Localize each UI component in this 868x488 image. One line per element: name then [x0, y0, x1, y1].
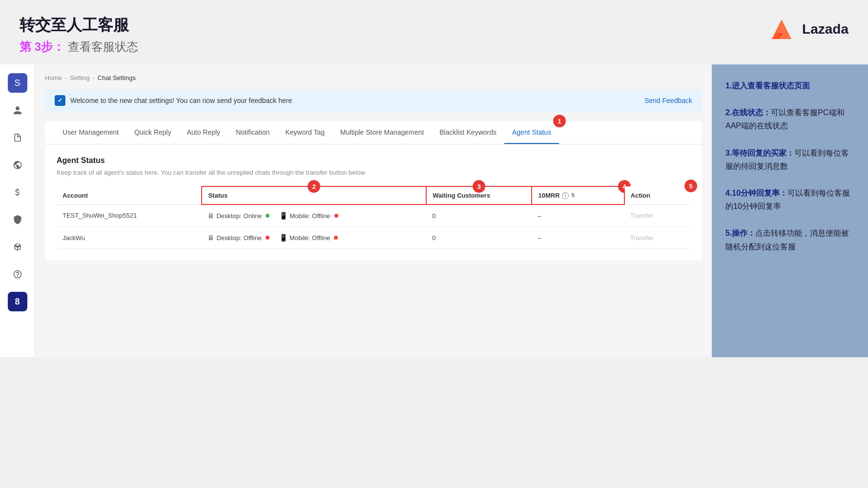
breadcrumb-current: Chat Settings — [98, 74, 136, 81]
desktop-status-dot-1 — [266, 214, 269, 218]
agent-account-2: JackWu — [57, 227, 202, 249]
annotation-badge-1: 1 — [553, 115, 566, 127]
sidebar-icon-user[interactable] — [8, 101, 27, 120]
sidebar-icon-globe[interactable] — [8, 155, 27, 175]
right-panel-item-4: 4.10分钟回复率：可以看到每位客服的10分钟回复率 — [725, 186, 854, 213]
page-sub-title: 第 3步： 查看客服状态 — [20, 39, 138, 55]
breadcrumb-home[interactable]: Home — [45, 74, 62, 81]
agent-status-2: 🖥 Desktop: Offline 📱 Mobile: Offline — [202, 227, 426, 249]
step-label: 第 3步： — [20, 40, 64, 53]
breadcrumb: Home › Setting › Chat Settings — [45, 74, 702, 81]
sidebar-icon-dollar[interactable] — [8, 183, 27, 202]
agent-table: Account Status 2 Waiting Customers 3 10M… — [57, 186, 690, 249]
table-row: JackWu 🖥 Desktop: Offline 📱 — [57, 227, 690, 249]
mobile-status-2: Offline — [312, 234, 330, 242]
agent-action-2[interactable]: Transfer — [624, 227, 690, 249]
agent-waiting-2: 0 — [426, 227, 532, 249]
th-waiting-customers: Waiting Customers 3 — [426, 186, 532, 204]
agent-waiting-1: 0 — [426, 204, 532, 227]
breadcrumb-setting[interactable]: Setting — [70, 74, 89, 81]
agent-status-1: 🖥 Desktop: Online 📱 Mobile: Offline — [202, 204, 426, 227]
info-banner-left: ✓ Welcome to the new chat settings! You … — [55, 95, 292, 106]
lazada-logo: Lazada — [767, 15, 848, 44]
info-check-icon: ✓ — [55, 95, 65, 106]
mobile-label-1: Mobile: — [289, 212, 310, 220]
th-action: Action 5 — [624, 186, 690, 204]
tab-auto-reply[interactable]: Auto Reply — [179, 122, 228, 144]
right-panel-item-3: 3.等待回复的买家：可以看到每位客服的待回复消息数 — [725, 146, 854, 173]
table-row: TEST_ShuWei_Shop5521 🖥 Desktop: Online — [57, 204, 690, 227]
tab-notification[interactable]: Notification — [228, 122, 277, 144]
tab-multiple-store[interactable]: Multiple Store Management — [332, 122, 432, 144]
mobile-icon-2: 📱 — [279, 234, 288, 242]
right-panel-item-1: 1.进入查看客服状态页面 — [725, 79, 854, 92]
mobile-label-2: Mobile: — [289, 234, 310, 242]
section-description: Keep track of all agent's status here. Y… — [57, 169, 690, 176]
desktop-icon-1: 🖥 — [207, 212, 214, 220]
sidebar-icon-doc[interactable] — [8, 128, 27, 147]
right-panel: 1.进入查看客服状态页面 2.在线状态：可以查看客服PC端和AAP端的在线状态 … — [712, 64, 868, 357]
agent-account-1: TEST_ShuWei_Shop5521 — [57, 204, 202, 227]
agent-mrr-1: – — [532, 204, 624, 227]
mrr-sort-icon[interactable]: ⇅ — [571, 192, 575, 199]
step-text: 查看客服状态 — [68, 40, 138, 53]
tab-agent-wrapper: Agent Status 1 — [504, 122, 559, 144]
sidebar-icon-box[interactable] — [8, 237, 27, 257]
desktop-status-dot-2 — [266, 236, 269, 240]
tab-agent-status[interactable]: Agent Status — [504, 122, 559, 144]
desktop-label-1: Desktop: — [216, 212, 241, 220]
transfer-button-2[interactable]: Transfer — [630, 234, 654, 242]
agent-mrr-2: – — [532, 227, 624, 249]
left-sidebar: S 8 — [0, 64, 35, 357]
right-panel-item-2: 2.在线状态：可以查看客服PC端和AAP端的在线状态 — [725, 106, 854, 132]
sidebar-icon-shield[interactable] — [8, 210, 27, 229]
send-feedback-link[interactable]: Send Feedback — [644, 97, 692, 104]
th-10mrr: 10MRR i ⇅ 4 — [532, 186, 624, 204]
lazada-brand-text: Lazada — [802, 21, 848, 37]
desktop-status-1: Online — [244, 212, 262, 220]
section-title: Agent Status — [57, 156, 690, 165]
page-main-title: 转交至人工客服 — [20, 15, 138, 36]
annotation-badge-2: 2 — [308, 180, 320, 193]
mobile-status-1: Offline — [312, 212, 330, 220]
th-status: Status 2 — [202, 186, 426, 204]
tab-keyword-tag[interactable]: Keyword Tag — [277, 122, 332, 144]
mrr-info-icon: i — [562, 192, 569, 199]
info-banner: ✓ Welcome to the new chat settings! You … — [45, 89, 702, 112]
mobile-icon-1: 📱 — [279, 212, 288, 220]
agent-status-card: Agent Status Keep track of all agent's s… — [45, 144, 702, 261]
tab-blacklist[interactable]: Blacklist Keywords — [432, 122, 504, 144]
mobile-status-dot-1 — [334, 214, 338, 218]
sidebar-icon-8[interactable]: 8 — [8, 292, 27, 311]
desktop-label-2: Desktop: — [216, 234, 241, 242]
info-banner-message: Welcome to the new chat settings! You ca… — [70, 97, 292, 104]
tab-navigation: User Management Quick Reply Auto Reply N… — [45, 122, 702, 144]
breadcrumb-sep2: › — [93, 74, 95, 81]
desktop-icon-2: 🖥 — [207, 234, 214, 242]
transfer-button-1[interactable]: Transfer — [630, 212, 654, 219]
annotation-badge-5: 5 — [684, 180, 697, 192]
tab-quick-reply[interactable]: Quick Reply — [126, 122, 179, 144]
tab-user-management[interactable]: User Management — [55, 122, 126, 144]
right-panel-item-5: 5.操作：点击转移功能，消息便能被随机分配到这位客服 — [725, 226, 854, 253]
mobile-status-dot-2 — [334, 236, 338, 240]
breadcrumb-sep1: › — [65, 74, 67, 81]
annotation-badge-3: 3 — [473, 180, 485, 193]
agent-action-1[interactable]: Transfer — [624, 204, 690, 227]
desktop-status-2: Offline — [244, 234, 262, 242]
th-account: Account — [57, 186, 202, 204]
sidebar-icon-s[interactable]: S — [8, 73, 27, 93]
lazada-logo-icon — [767, 15, 796, 44]
center-panel: Home › Setting › Chat Settings ✓ Welcome… — [35, 64, 712, 357]
sidebar-icon-question[interactable] — [8, 264, 27, 284]
